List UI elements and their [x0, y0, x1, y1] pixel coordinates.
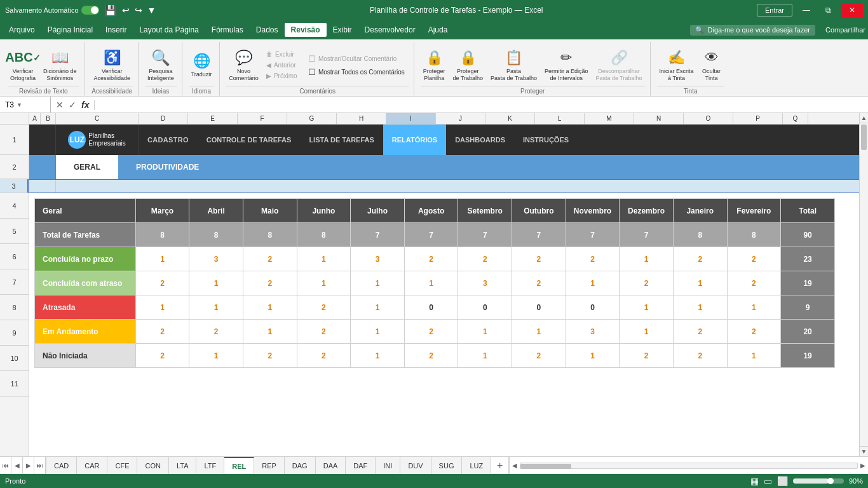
close-icon[interactable]: ✕	[841, 3, 863, 17]
val-concluded-julho[interactable]: 3	[351, 247, 405, 271]
val-progress-abril[interactable]: 2	[189, 320, 243, 344]
formula-cancel-icon[interactable]: ✕	[56, 100, 64, 110]
val-late-fevereiro[interactable]: 2	[727, 271, 781, 295]
val-late-outubro[interactable]: 2	[512, 271, 566, 295]
nav-tab-dashboards[interactable]: DASHBOARDS	[446, 125, 514, 155]
autosave-toggle[interactable]	[81, 6, 99, 15]
val-late-janeiro[interactable]: 1	[673, 271, 727, 295]
val-progress-total[interactable]: 20	[781, 320, 835, 344]
menu-pagina-inicial[interactable]: Página Inicial	[41, 23, 99, 37]
login-button[interactable]: Entrar	[757, 4, 792, 17]
val-progress-junho[interactable]: 2	[297, 320, 351, 344]
sheet-tab-ini[interactable]: INI	[376, 457, 400, 475]
val-late-agosto[interactable]: 1	[404, 271, 458, 295]
nav-tab-cadastro[interactable]: CADASTRO	[139, 125, 198, 155]
val-total-dezembro[interactable]: 7	[620, 223, 674, 247]
val-concluded-maio[interactable]: 2	[243, 247, 297, 271]
ribbon-btn-proteger-trabalho[interactable]: 🔒 Protegerde Trabalho	[450, 46, 485, 83]
val-total-maio[interactable]: 8	[243, 223, 297, 247]
selected-row-3[interactable]	[29, 179, 868, 193]
h-scroll-left-btn[interactable]: ◀	[510, 457, 520, 475]
val-late-total[interactable]: 19	[781, 271, 835, 295]
formula-input[interactable]	[95, 100, 868, 109]
ribbon-btn-ortografia[interactable]: ABC✓ VerificarOrtografia	[8, 46, 38, 83]
ribbon-btn-ocultar-tinta[interactable]: 👁 OcultarTinta	[699, 46, 724, 83]
sheet-tab-dag[interactable]: DAG	[285, 457, 316, 475]
val-progress-setembro[interactable]: 1	[458, 320, 512, 344]
view-page-layout-btn[interactable]: ▭	[764, 476, 772, 486]
val-concluded-novembro[interactable]: 2	[566, 247, 620, 271]
val-progress-marco[interactable]: 2	[135, 320, 189, 344]
val-concluded-abril[interactable]: 3	[189, 247, 243, 271]
val-late-marco[interactable]: 2	[135, 271, 189, 295]
val-delayed-janeiro[interactable]: 1	[673, 295, 727, 320]
ribbon-btn-acessibilidade[interactable]: ♿ VerificarAcessibilidade	[92, 46, 133, 83]
val-delayed-agosto[interactable]: 0	[404, 295, 458, 320]
h-scrollbar[interactable]: ◀ ▶	[509, 457, 868, 475]
val-total-agosto[interactable]: 7	[404, 223, 458, 247]
val-total-janeiro[interactable]: 8	[673, 223, 727, 247]
sheet-tab-lta[interactable]: LTA	[169, 457, 197, 475]
ribbon-btn-permitir[interactable]: ✏ Permitir a Ediçãode Intervalos	[542, 46, 591, 83]
menu-desenvolvedor[interactable]: Desenvolvedor	[358, 23, 422, 37]
val-concluded-fevereiro[interactable]: 2	[727, 247, 781, 271]
search-box[interactable]: 🔍 Diga-me o que você deseja fazer	[690, 25, 815, 36]
ribbon-btn-pesquisa[interactable]: 🔍 PesquisaInteligente	[145, 46, 177, 83]
val-delayed-dezembro[interactable]: 1	[620, 295, 674, 320]
val-progress-maio[interactable]: 1	[243, 320, 297, 344]
val-ns-fevereiro[interactable]: 1	[727, 344, 781, 368]
val-delayed-outubro[interactable]: 0	[512, 295, 566, 320]
sheet-tab-car[interactable]: CAR	[77, 457, 107, 475]
val-ns-setembro[interactable]: 1	[458, 344, 512, 368]
zoom-level[interactable]: 90%	[849, 477, 863, 485]
val-ns-abril[interactable]: 1	[189, 344, 243, 368]
menu-arquivo[interactable]: Arquivo	[3, 23, 41, 37]
sheet-tab-add[interactable]: +	[491, 457, 509, 475]
val-total-julho[interactable]: 7	[351, 223, 405, 247]
val-progress-dezembro[interactable]: 1	[620, 320, 674, 344]
nav-tab-instrucoes[interactable]: INSTRUÇÕES	[514, 125, 578, 155]
vertical-scrollbar[interactable]: ▲ ▼	[859, 113, 868, 456]
val-progress-outubro[interactable]: 1	[512, 320, 566, 344]
maximize-icon[interactable]: ⧉	[820, 3, 836, 17]
scroll-track[interactable]	[860, 123, 868, 446]
ribbon-btn-sinonimos[interactable]: 📖 Dicionário deSinônimos	[41, 46, 79, 83]
nav-tab-lista[interactable]: LISTA DE TAREFAS	[300, 125, 383, 155]
val-ns-total[interactable]: 19	[781, 344, 835, 368]
view-normal-btn[interactable]: ▦	[750, 476, 759, 486]
val-concluded-outubro[interactable]: 2	[512, 247, 566, 271]
sheet-tab-daf[interactable]: DAF	[346, 457, 376, 475]
sheet-tab-ltf[interactable]: LTF	[196, 457, 224, 475]
val-ns-maio[interactable]: 2	[243, 344, 297, 368]
sheet-first-btn[interactable]: ⏮	[0, 457, 11, 475]
formula-confirm-icon[interactable]: ✓	[69, 100, 76, 110]
val-total-marco[interactable]: 8	[135, 223, 189, 247]
val-ns-marco[interactable]: 2	[135, 344, 189, 368]
val-total-abril[interactable]: 8	[189, 223, 243, 247]
sheet-tab-daa[interactable]: DAA	[316, 457, 346, 475]
val-delayed-junho[interactable]: 2	[297, 295, 351, 320]
sheet-tab-luz[interactable]: LUZ	[462, 457, 491, 475]
sheet-tab-con[interactable]: CON	[137, 457, 168, 475]
formula-fx-icon[interactable]: fx	[81, 100, 89, 110]
val-delayed-maio[interactable]: 1	[243, 295, 297, 320]
val-total-novembro[interactable]: 7	[566, 223, 620, 247]
menu-formulas[interactable]: Fórmulas	[205, 23, 250, 37]
scroll-down-btn[interactable]: ▼	[860, 446, 868, 456]
val-delayed-novembro[interactable]: 0	[566, 295, 620, 320]
sheet-tab-duv[interactable]: DUV	[400, 457, 431, 475]
ribbon-btn-iniciar-escrita[interactable]: ✍ Iniciar Escritaà Tinta	[657, 46, 696, 83]
val-concluded-total[interactable]: 23	[781, 247, 835, 271]
restore-icon[interactable]: —	[797, 3, 815, 17]
redo-icon[interactable]: ↪	[135, 5, 142, 15]
ribbon-cb-mostrar-todos[interactable]: ☐ Mostrar Todos os Comentários	[304, 66, 409, 78]
menu-ajuda[interactable]: Ajuda	[422, 23, 454, 37]
menu-layout[interactable]: Layout da Página	[133, 23, 205, 37]
menu-exibir[interactable]: Exibir	[327, 23, 358, 37]
val-ns-janeiro[interactable]: 2	[673, 344, 727, 368]
subtab-geral[interactable]: GERAL	[56, 155, 118, 179]
scroll-thumb[interactable]	[861, 125, 867, 150]
val-ns-novembro[interactable]: 1	[566, 344, 620, 368]
val-late-dezembro[interactable]: 2	[620, 271, 674, 295]
sheet-tab-cfe[interactable]: CFE	[107, 457, 137, 475]
